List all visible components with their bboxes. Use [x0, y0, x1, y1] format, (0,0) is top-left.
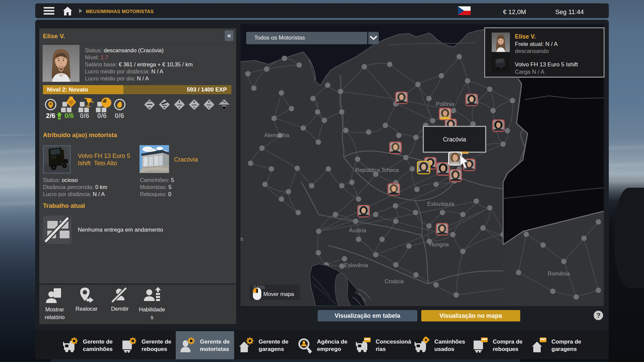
svg-text:França: França [240, 236, 243, 242]
svg-text:Polônia: Polônia [436, 101, 454, 107]
svg-text:Cracóvia: Cracóvia [443, 136, 466, 143]
svg-text:Hungria: Hungria [429, 241, 449, 247]
svg-text:Eslovênia: Eslovênia [344, 262, 368, 268]
svg-text:Áustria: Áustria [349, 227, 366, 233]
svg-text:Eslováquia: Eslováquia [427, 201, 455, 207]
svg-text:Croácia: Croácia [385, 278, 404, 284]
svg-text:Romênia: Romênia [548, 270, 570, 277]
svg-text:República Tcheca: República Tcheca [355, 167, 399, 173]
svg-text:Alemanha: Alemanha [264, 132, 289, 138]
